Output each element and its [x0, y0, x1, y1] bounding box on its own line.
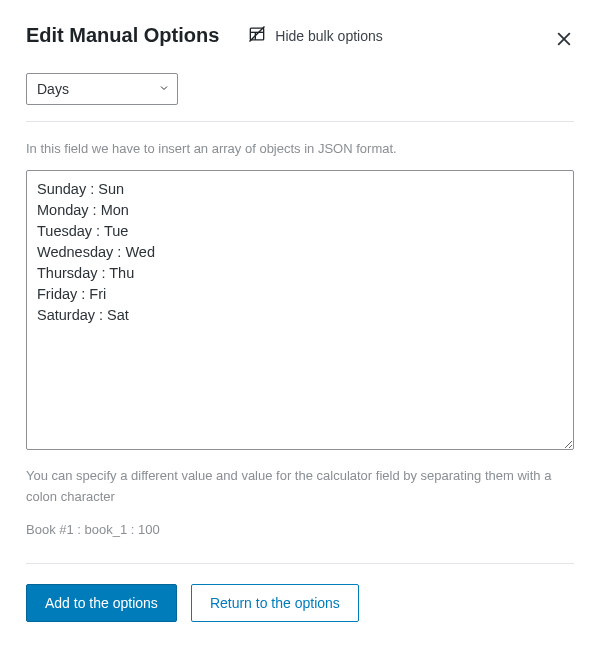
add-to-options-button[interactable]: Add to the options — [26, 584, 177, 622]
hide-bulk-options-toggle[interactable]: Hide bulk options — [247, 24, 382, 47]
example-text: Book #1 : book_1 : 100 — [26, 522, 574, 537]
edit-manual-options-modal: Edit Manual Options Hide bulk options — [0, 0, 600, 646]
modal-header: Edit Manual Options Hide bulk options — [26, 24, 574, 47]
hide-bulk-label: Hide bulk options — [275, 28, 382, 44]
divider-bottom — [26, 563, 574, 564]
return-to-options-button[interactable]: Return to the options — [191, 584, 359, 622]
helper-text-bottom: You can specify a different value and va… — [26, 466, 574, 508]
button-row: Add to the options Return to the options — [26, 584, 574, 622]
close-icon — [554, 29, 574, 52]
modal-title: Edit Manual Options — [26, 24, 219, 47]
helper-text-top: In this field we have to insert an array… — [26, 140, 574, 158]
preset-select[interactable]: Days — [26, 73, 178, 105]
close-button[interactable] — [550, 26, 578, 54]
divider-top — [26, 121, 574, 122]
preset-select-wrap: Days — [26, 73, 178, 105]
bulk-options-textarea[interactable]: Sunday : Sun Monday : Mon Tuesday : Tue … — [26, 170, 574, 450]
bulk-options-icon — [247, 24, 267, 47]
